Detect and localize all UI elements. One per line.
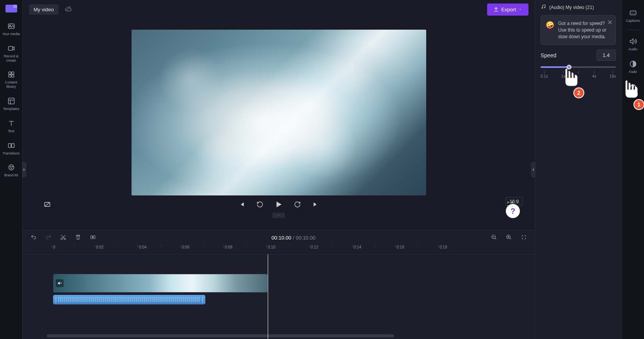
cut-button[interactable] <box>59 233 68 243</box>
cloud-sync-icon <box>65 5 72 14</box>
forward-button[interactable] <box>292 199 302 209</box>
slider-thumb[interactable] <box>567 65 571 69</box>
svg-point-30 <box>632 87 633 88</box>
svg-point-21 <box>93 237 93 238</box>
skip-back-button[interactable] <box>237 199 247 209</box>
svg-rect-3 <box>9 72 11 75</box>
svg-point-27 <box>544 7 545 8</box>
svg-point-26 <box>542 7 543 8</box>
nav-your-media[interactable]: Your media <box>0 20 22 39</box>
svg-rect-8 <box>8 144 11 147</box>
timeline-expand-handle[interactable] <box>272 213 285 218</box>
app-logo[interactable] <box>5 5 17 12</box>
play-button[interactable] <box>273 199 285 210</box>
tool-fade[interactable]: Fade <box>622 57 644 77</box>
skip-forward-button[interactable] <box>310 199 320 209</box>
tool-audio[interactable]: Audio <box>622 34 644 54</box>
tool-label: Speed <box>628 92 638 96</box>
transitions-icon <box>7 141 16 150</box>
library-icon <box>7 70 16 79</box>
audio-waveform <box>58 297 200 302</box>
timeline-scrollbar[interactable] <box>47 334 394 337</box>
preview-area: 16:9 ? <box>23 19 535 230</box>
nav-brand-kit[interactable]: Brand kit <box>0 161 22 180</box>
tool-label: Captions <box>626 19 640 23</box>
timecode-sep: / <box>293 235 294 241</box>
svg-rect-6 <box>11 75 14 77</box>
svg-line-16 <box>44 202 50 207</box>
annotation-badge: 2 <box>573 87 584 98</box>
tip-close-button[interactable]: ✕ <box>607 19 612 26</box>
playhead[interactable] <box>268 254 268 339</box>
audio-icon <box>629 37 637 46</box>
toggle-safe-zone-button[interactable] <box>42 199 52 209</box>
speed-section: Speed 1.4 0.1x 1x 4x 16x <box>541 50 616 80</box>
fullscreen-button[interactable] <box>505 199 515 209</box>
project-title[interactable]: My video <box>29 4 59 15</box>
zoom-in-button[interactable] <box>504 233 514 243</box>
svg-rect-20 <box>93 236 95 239</box>
props-title: (Audio) My video (21) <box>549 5 594 10</box>
nav-record-create[interactable]: Record & create <box>0 42 22 65</box>
right-panel-expand[interactable] <box>531 162 535 177</box>
audio-clip[interactable] <box>53 295 205 304</box>
captions-icon <box>629 9 637 17</box>
media-icon <box>7 22 16 30</box>
topbar: My video Export <box>23 0 535 19</box>
svg-rect-19 <box>91 236 93 239</box>
nav-templates[interactable]: Templates <box>0 94 22 114</box>
speed-value-input[interactable]: 1.4 <box>596 50 616 61</box>
video-preview[interactable] <box>132 30 426 195</box>
timeline-toolbar: 00:10.00 / 00:10.00 <box>23 230 535 245</box>
speed-tip: 🤪 Got a need for speed? Use this to spee… <box>541 15 616 45</box>
playback-controls <box>30 195 527 215</box>
nav-transitions[interactable]: Transitions <box>0 139 22 158</box>
main-area: My video Export 16:9 ? <box>23 0 535 339</box>
tool-captions[interactable]: Captions <box>622 5 644 26</box>
props-header: (Audio) My video (21) <box>541 4 616 11</box>
ruler-mark: 0:14 <box>354 245 361 249</box>
nav-label: Transitions <box>3 151 20 156</box>
timeline-ruler[interactable]: 0 0:02 0:04 0:06 0:08 0:10 0:12 0:14 0:1… <box>23 245 535 254</box>
nav-label: Content library <box>1 80 21 89</box>
timeline-timecode: 00:10.00 / 00:10.00 <box>103 235 484 241</box>
slider-fill <box>541 66 569 68</box>
delete-button[interactable] <box>73 233 83 243</box>
tip-text: Got a need for speed? Use this to speed … <box>558 20 611 40</box>
timecode-total: 00:10.00 <box>296 235 316 241</box>
zoom-fit-button[interactable] <box>519 233 528 243</box>
tool-speed[interactable]: Speed <box>622 79 644 99</box>
rewind-button[interactable] <box>255 199 265 209</box>
video-clip[interactable] <box>53 274 268 293</box>
ruler-mark: 0:16 <box>397 245 404 249</box>
export-label: Export <box>501 7 516 12</box>
slider-mark-label: 4x <box>592 74 596 78</box>
split-button[interactable] <box>88 233 98 243</box>
svg-point-11 <box>10 167 11 167</box>
nav-label: Text <box>8 129 14 133</box>
svg-rect-4 <box>11 72 14 75</box>
tool-label: Fade <box>629 70 637 74</box>
redo-button[interactable] <box>44 233 53 243</box>
ruler-mark: 0:08 <box>225 245 232 249</box>
undo-button[interactable] <box>29 233 38 243</box>
timeline-scrollbar-thumb[interactable] <box>47 334 394 337</box>
export-button[interactable]: Export <box>487 4 528 16</box>
speed-slider[interactable]: 0.1x 1x 4x 16x <box>541 65 616 80</box>
ruler-mark: 0:06 <box>182 245 189 249</box>
zoom-out-button[interactable] <box>489 233 499 243</box>
svg-point-18 <box>64 238 66 240</box>
svg-point-12 <box>12 167 12 167</box>
clip-mute-icon[interactable] <box>56 279 64 287</box>
svg-rect-9 <box>11 144 14 147</box>
nav-content-library[interactable]: Content library <box>0 68 22 91</box>
timecode-current: 00:10.00 <box>272 235 292 241</box>
left-panel-expand[interactable] <box>22 162 27 177</box>
ruler-mark: 0:10 <box>268 245 275 249</box>
nav-label: Record & create <box>1 54 21 63</box>
speed-label: Speed <box>541 52 556 59</box>
annotation-badge: 1 <box>633 99 644 110</box>
nav-text[interactable]: Text <box>0 117 22 136</box>
timeline-tracks[interactable] <box>23 254 535 339</box>
timeline-section: 00:10.00 / 00:10.00 0 0:02 0:04 0:06 <box>23 230 535 339</box>
